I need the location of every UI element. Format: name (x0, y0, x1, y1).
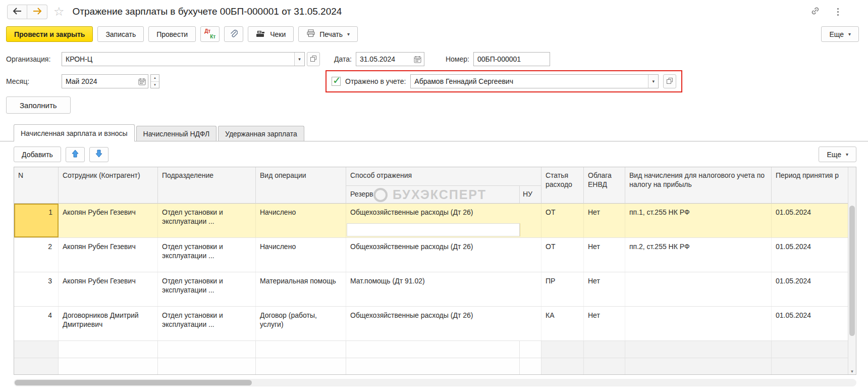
move-down-button[interactable] (89, 147, 108, 162)
cell-n[interactable]: 2 (14, 238, 59, 272)
cell-period[interactable]: 01.05.2024 (772, 204, 849, 237)
cell-expense-item[interactable]: ПР (541, 272, 584, 306)
cell-period[interactable]: 01.05.2024 (772, 272, 849, 306)
cell-envd[interactable]: Нет (584, 204, 625, 237)
add-row-button[interactable]: Добавить (14, 147, 61, 162)
col-header-expense-item[interactable]: Статья расходо (541, 167, 584, 204)
month-stepper[interactable]: ▲▼ (150, 74, 159, 88)
cell-reflection[interactable]: Общехозяйственные расходы (Дт 26) (346, 204, 541, 237)
col-header-period[interactable]: Период принятия р (772, 167, 849, 204)
cell-department[interactable]: Отдел установки и эксплуатации ... (158, 204, 256, 237)
vertical-scrollbar-thumb[interactable] (849, 206, 855, 336)
col-header-accrual-kind[interactable]: Вид начисления для налогового учета по н… (625, 167, 772, 204)
cell-department[interactable]: Отдел установки и эксплуатации ... (158, 272, 256, 306)
cell-envd[interactable]: Нет (584, 238, 625, 272)
more-button[interactable]: Еще▾ (821, 26, 859, 42)
reflected-label[interactable]: Отражено в учете: (345, 77, 406, 85)
reflected-input[interactable] (411, 77, 648, 85)
col-header-envd[interactable]: Облага ЕНВД (584, 167, 625, 204)
cell-reflection[interactable]: Общехозяйственные расходы (Дт 26) (346, 238, 541, 272)
date-field[interactable] (356, 52, 424, 66)
number-field[interactable] (473, 52, 550, 66)
cell-operation[interactable]: Начислено (256, 204, 346, 237)
chevron-down-icon[interactable]: ▾ (648, 75, 658, 88)
cell-department[interactable]: Отдел установки и эксплуатации ... (158, 307, 256, 341)
attachments-button[interactable] (224, 26, 243, 42)
cell-envd[interactable]: Нет (584, 307, 625, 341)
table-row[interactable]: 4 Договорников Дмитрий Дмитриевич Отдел … (14, 307, 849, 341)
cell-reflection[interactable]: Общехозяйственные расходы (Дт 26) (346, 307, 541, 341)
spinner-down-icon[interactable]: ▼ (151, 82, 159, 88)
cell-employee[interactable]: Акопян Рубен Гезевич (59, 272, 158, 306)
empty-row[interactable] (14, 341, 849, 358)
table-row[interactable]: 2 Акопян Рубен Гезевич Отдел установки и… (14, 238, 849, 272)
organization-combobox[interactable]: ▾ (62, 52, 305, 66)
cell-accrual-kind[interactable]: пп.1, ст.255 НК РФ (625, 204, 772, 237)
empty-row[interactable] (14, 358, 849, 375)
grid-more-button[interactable]: Еще▾ (819, 147, 856, 162)
cell-employee[interactable]: Акопян Рубен Гезевич (59, 204, 158, 237)
calendar-icon[interactable] (412, 53, 424, 66)
favorite-star-icon[interactable]: ☆ (53, 6, 65, 18)
cell-period[interactable]: 01.05.2024 (772, 307, 849, 341)
kebab-menu-icon[interactable] (835, 6, 841, 18)
cell-expense-item[interactable]: ОТ (541, 204, 584, 237)
write-button[interactable]: Записать (97, 26, 144, 42)
cell-operation[interactable]: Договор (работы, услуги) (256, 307, 346, 341)
col-header-reflection[interactable]: Способ отражения Резерв НУ (346, 167, 541, 204)
cell-accrual-kind[interactable] (625, 307, 772, 341)
cell-employee[interactable]: Договорников Дмитрий Дмитриевич (59, 307, 158, 341)
cell-envd[interactable]: Нет (584, 272, 625, 306)
cell-operation[interactable]: Начислено (256, 238, 346, 272)
cell-reserve[interactable] (347, 223, 520, 236)
cell-accrual-kind[interactable]: пп.2, ст.255 НК РФ (625, 238, 772, 272)
reflected-checkbox[interactable] (332, 77, 341, 86)
dtkt-button[interactable]: ДтКт (200, 26, 220, 42)
horizontal-scrollbar-thumb[interactable] (15, 380, 252, 385)
checks-button[interactable]: Чеки (248, 26, 294, 42)
post-and-close-button[interactable]: Провести и закрыть (6, 26, 93, 42)
print-button[interactable]: Печать ▾ (298, 26, 358, 42)
move-up-button[interactable] (66, 147, 85, 162)
cell-n[interactable]: 4 (14, 307, 59, 341)
col-header-department[interactable]: Подразделение (158, 167, 256, 204)
horizontal-scrollbar[interactable] (14, 379, 856, 386)
organization-open-button[interactable] (307, 52, 320, 66)
tab-accrued-salary[interactable]: Начисленная зарплата и взносы (14, 124, 135, 141)
month-field[interactable] (62, 74, 148, 88)
cell-accrual-kind[interactable] (625, 272, 772, 306)
cell-expense-item[interactable]: ОТ (541, 238, 584, 272)
col-header-operation[interactable]: Вид операции (256, 167, 346, 204)
month-input[interactable] (62, 77, 136, 85)
col-header-reserve[interactable]: Резерв (346, 186, 520, 203)
cell-n[interactable]: 1 (14, 204, 59, 237)
cell-nu[interactable] (520, 223, 540, 236)
tab-accrued-ndfl[interactable]: Начисленный НДФЛ (136, 126, 217, 141)
chevron-down-icon[interactable]: ▾ (294, 53, 304, 66)
post-button[interactable]: Провести (148, 26, 196, 42)
table-row[interactable]: 3 Акопян Рубен Гезевич Отдел установки и… (14, 272, 849, 307)
reflected-combobox[interactable]: ▾ (410, 74, 659, 88)
back-button[interactable] (7, 5, 27, 19)
reflected-open-button[interactable] (663, 74, 676, 88)
scroll-down-icon[interactable]: ▼ (848, 370, 856, 374)
vertical-scrollbar[interactable]: ▼ (848, 167, 856, 374)
cell-expense-item[interactable]: КА (541, 307, 584, 341)
cell-reflection[interactable]: Мат.помощь (Дт 91.02) (346, 272, 541, 306)
cell-period[interactable]: 01.05.2024 (772, 238, 849, 272)
col-header-n[interactable]: N (14, 167, 59, 204)
forward-button[interactable] (27, 5, 47, 19)
cell-employee[interactable]: Акопян Рубен Гезевич (59, 238, 158, 272)
table-row[interactable]: 1 Акопян Рубен Гезевич Отдел установки и… (14, 204, 849, 238)
col-header-nu[interactable]: НУ (520, 186, 541, 203)
fill-button[interactable]: Заполнить (6, 96, 71, 114)
col-header-employee[interactable]: Сотрудник (Контрагент) (59, 167, 158, 204)
cell-department[interactable]: Отдел установки и эксплуатации ... (158, 238, 256, 272)
link-icon[interactable] (810, 6, 820, 17)
spinner-up-icon[interactable]: ▲ (151, 75, 159, 82)
calendar-icon[interactable] (136, 75, 148, 88)
number-input[interactable] (474, 55, 550, 63)
tab-withheld-salary[interactable]: Удержанная зарплата (218, 126, 304, 141)
cell-n[interactable]: 3 (14, 272, 59, 306)
cell-operation[interactable]: Материальная помощь (256, 272, 346, 306)
